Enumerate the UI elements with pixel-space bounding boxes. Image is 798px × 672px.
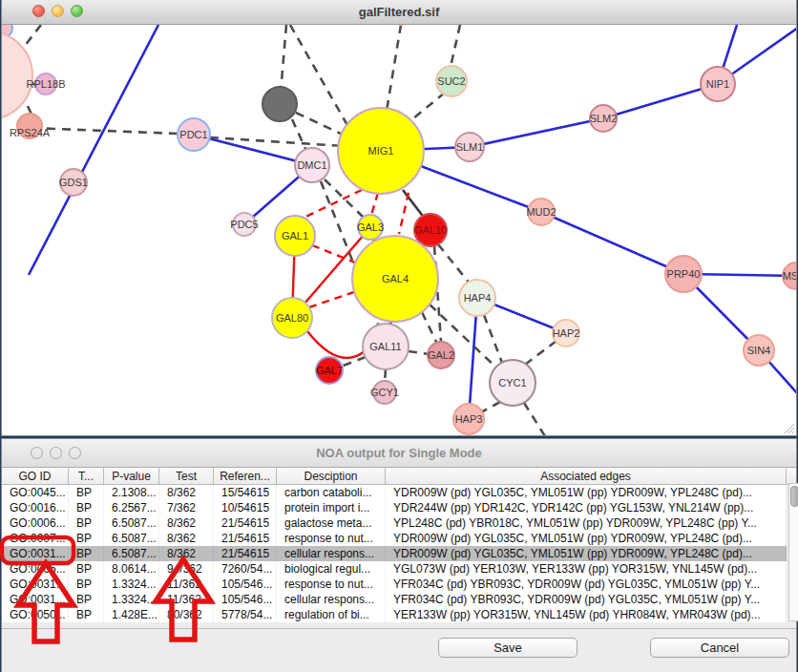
noa-output-window: NOA output for Single Mode GO IDT...P-va… xyxy=(2,439,796,672)
table-cell: BP xyxy=(69,577,104,592)
column-header-4[interactable]: Referen... xyxy=(214,468,277,484)
table-cell: 21/54615 xyxy=(214,546,277,561)
table-cell: GO:0031... xyxy=(2,592,69,607)
table-cell: regulation of bi... xyxy=(277,607,386,622)
column-header-1[interactable]: T... xyxy=(69,468,104,484)
graph-edge-dash[interactable] xyxy=(21,25,41,51)
button-bar: Save Cancel xyxy=(2,628,796,672)
table-cell: response to nut... xyxy=(277,531,386,546)
graph-edge-dash[interactable] xyxy=(438,244,470,284)
network-window-titlebar[interactable]: galFiltered.sif xyxy=(2,0,796,25)
graph-edge-red-dash[interactable] xyxy=(309,292,354,307)
table-cell: BP xyxy=(69,592,104,607)
graph-edge-dash[interactable] xyxy=(387,25,401,111)
graph-edge-dash[interactable] xyxy=(422,312,437,344)
table-cell: 6.5087... xyxy=(104,515,159,531)
graph-edge-red-dash[interactable] xyxy=(300,190,362,220)
graph-edge-red[interactable] xyxy=(307,331,365,358)
table-cell: YDR009W (pd) YGL035C, YML051W (pp) YDR00… xyxy=(386,546,787,561)
table-cell: YPL248C (pd) YBR018C, YML051W (pp) YDR00… xyxy=(386,515,787,531)
column-header-6[interactable]: Associated edges xyxy=(386,468,787,484)
table-cell: 8/362 xyxy=(159,531,214,546)
table-cell: 80/362 xyxy=(159,607,214,622)
column-header-0[interactable]: GO ID xyxy=(2,468,69,484)
table-cell: BP xyxy=(69,500,104,515)
table-cell: 8/362 xyxy=(159,546,214,561)
column-header-2[interactable]: P-value xyxy=(104,468,159,484)
table-cell: 11/362 xyxy=(159,577,214,592)
table-cell: GO:0007... xyxy=(2,531,69,546)
table-cell: galactose meta... xyxy=(277,515,386,531)
graph-edge-dash[interactable] xyxy=(409,351,429,354)
table-cell: YFR034C (pd) YBR093C, YDR009W (pd) YGL03… xyxy=(386,592,787,607)
graph-edge-red-dash[interactable] xyxy=(399,193,409,234)
table-cell: carbon cataboli... xyxy=(277,485,386,500)
graph-edge-dark[interactable] xyxy=(403,190,425,219)
graph-edge-dash[interactable] xyxy=(451,25,460,67)
table-row[interactable]: GO:0065...BP8.0614...94/3627260/54...bio… xyxy=(2,561,787,577)
graph-node-label: GDS1 xyxy=(59,177,88,188)
table-cell: 7/362 xyxy=(159,500,214,515)
cancel-button[interactable]: Cancel xyxy=(650,638,789,658)
graph-node-label: GAL4 xyxy=(382,273,409,284)
table-cell: 6.5087... xyxy=(104,546,159,561)
table-row[interactable]: GO:0050...BP1.428E...80/3625778/54...reg… xyxy=(2,607,787,622)
table-cell: BP xyxy=(69,515,104,531)
graph-edge-dash[interactable] xyxy=(524,403,545,435)
table-cell: BP xyxy=(69,546,104,561)
graph-edge-dash[interactable] xyxy=(481,402,500,412)
graph-node-label: HAP4 xyxy=(464,292,492,304)
table-cell: YGL073W (pd) YER103W, YER133W (pp) YOR31… xyxy=(386,561,787,577)
noa-window-titlebar[interactable]: NOA output for Single Mode xyxy=(2,439,796,468)
table-cell: 105/546... xyxy=(214,577,277,592)
graph-node-label: PRP40 xyxy=(667,268,701,280)
graph-edge-dash[interactable] xyxy=(296,113,343,135)
table-row[interactable]: GO:0031...BP1.3324...11/362105/546...cel… xyxy=(2,592,787,607)
graph-edge-dash[interactable] xyxy=(290,25,348,127)
table-cell: 1.428E... xyxy=(104,607,159,622)
table-cell: GO:0050... xyxy=(2,607,69,622)
table-cell: GO:0031... xyxy=(2,546,69,561)
table-row[interactable]: GO:0006...BP6.5087...8/36221/54615galact… xyxy=(2,515,787,531)
graph-edge-red-dash[interactable] xyxy=(371,193,378,215)
table-cell: BP xyxy=(69,531,104,546)
save-button[interactable]: Save xyxy=(438,638,578,658)
graph-node-label: HAP2 xyxy=(553,327,580,339)
graph-node-label: SLM2 xyxy=(590,113,618,124)
column-header-3[interactable]: Test xyxy=(159,468,214,484)
graph-node-label: MSL1 xyxy=(783,270,796,282)
network-window-title: galFiltered.sif xyxy=(2,0,796,24)
graph-edge-dash[interactable] xyxy=(413,93,445,118)
graph-edge-dash[interactable] xyxy=(292,119,306,151)
table-row[interactable]: GO:0016...BP6.2567...7/36210/54615protei… xyxy=(2,500,787,515)
table-cell: 6.5087... xyxy=(104,531,159,546)
scrollbar-thumb[interactable] xyxy=(790,486,798,507)
graph-edge-dash[interactable] xyxy=(484,315,502,363)
network-graph: RPL18BRPS24AGDS1PDC1SUC2MIG1SLM1DMC1SLM2… xyxy=(2,25,796,435)
graph-edge-blue[interactable] xyxy=(194,135,312,165)
column-header-5[interactable]: Desciption xyxy=(277,468,386,484)
table-cell: GO:0031... xyxy=(2,577,69,592)
resize-grip-icon[interactable] xyxy=(782,421,794,433)
table-cell: 8/362 xyxy=(159,485,214,500)
graph-edge-blue[interactable] xyxy=(470,118,603,147)
graph-edge-blue[interactable] xyxy=(29,25,158,275)
table-row[interactable]: GO:0045...BP2.1308...8/36215/54615carbon… xyxy=(2,485,787,500)
table-row[interactable]: GO:0007...BP6.5087...8/36221/54615respon… xyxy=(2,531,787,546)
graph-node-label: RPS24A xyxy=(10,127,51,138)
graph-node-label: GAL11 xyxy=(369,341,401,352)
graph-node-label: GAL2 xyxy=(428,349,454,361)
graph-node-gray[interactable] xyxy=(262,87,297,121)
table-cell: 5778/54... xyxy=(214,607,277,622)
table-cell: GO:0065... xyxy=(2,561,69,577)
graph-edge-blue[interactable] xyxy=(541,212,683,274)
graph-node-label: GAL10 xyxy=(414,224,447,236)
table-cell: BP xyxy=(69,607,104,622)
graph-edge-dash[interactable] xyxy=(525,341,556,365)
network-canvas[interactable]: RPL18BRPS24AGDS1PDC1SUC2MIG1SLM1DMC1SLM2… xyxy=(2,25,796,435)
table-row[interactable]: GO:0031...BP6.5087...8/36221/54615cellul… xyxy=(2,546,787,561)
network-window: galFiltered.sif RPL18BRPS24AGDS1PDC1SUC2… xyxy=(2,0,796,435)
graph-node-label: NIP1 xyxy=(706,78,729,90)
table-row[interactable]: GO:0031...BP1.3324...11/362105/546...res… xyxy=(2,577,787,592)
vertical-scrollbar[interactable] xyxy=(788,483,798,621)
